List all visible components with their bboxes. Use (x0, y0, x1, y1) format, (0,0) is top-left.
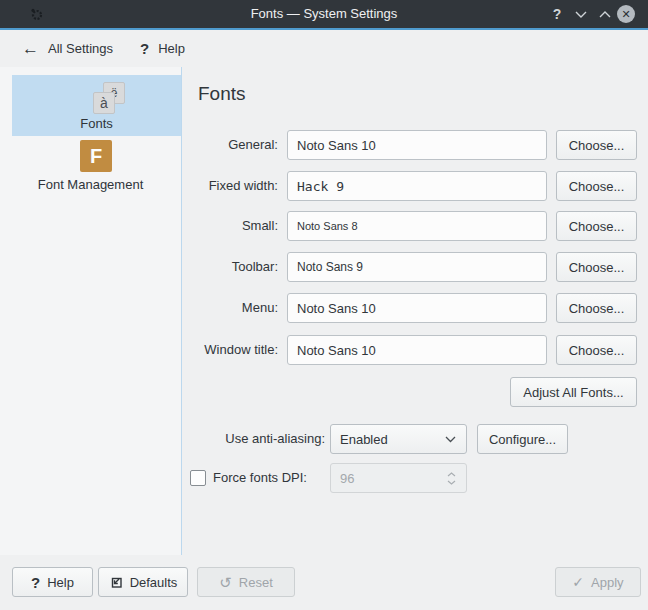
general-label: General: (181, 130, 278, 160)
sidebar-item-font-management-label: Font Management (0, 177, 181, 192)
help-button-icon: ? (31, 574, 40, 591)
defaults-button[interactable]: Defaults (98, 567, 188, 597)
window-title-choose-button[interactable]: Choose... (556, 335, 637, 365)
antialiasing-value: Enabled (340, 432, 388, 447)
menu-font-field[interactable]: Noto Sans 10 (287, 293, 547, 323)
window-title-font-label: Window title: (181, 335, 278, 365)
reset-button[interactable]: ↺ Reset (197, 567, 295, 597)
titlebar-help-button[interactable]: ? (548, 0, 566, 28)
toolbar-help-label: Help (158, 41, 185, 56)
maximize-button[interactable] (596, 0, 614, 28)
force-dpi-label: Force fonts DPI: (213, 463, 307, 493)
system-settings-window: Fonts — System Settings ? ✕ ← All Settin… (0, 0, 648, 610)
fixed-width-font-field[interactable]: Hack 9 (287, 171, 547, 201)
adjust-all-fonts-button[interactable]: Adjust All Fonts... (510, 377, 637, 407)
dpi-value: 96 (340, 471, 354, 486)
close-button[interactable]: ✕ (615, 0, 637, 28)
category-sidebar: ë à Fonts F Font Management (0, 67, 181, 555)
page-title: Fonts (198, 83, 246, 105)
chevron-down-icon (445, 436, 456, 443)
menu-label: Menu: (181, 293, 278, 323)
antialiasing-dropdown[interactable]: Enabled (330, 424, 467, 454)
general-font-field[interactable]: Noto Sans 10 (287, 130, 547, 160)
small-label: Small: (181, 211, 278, 241)
small-choose-button[interactable]: Choose... (556, 211, 637, 241)
small-font-field[interactable]: Noto Sans 8 (287, 211, 547, 241)
all-settings-button[interactable]: ← All Settings (22, 30, 113, 67)
toolbar: ← All Settings ? Help (0, 30, 648, 67)
checkmark-icon: ✓ (572, 575, 584, 589)
fonts-icon: ë à (88, 82, 128, 116)
toolbar-choose-button[interactable]: Choose... (556, 252, 637, 282)
menu-choose-button[interactable]: Choose... (556, 293, 637, 323)
toolbar-help-button[interactable]: ? Help (140, 30, 185, 67)
toolbar-font-label: Toolbar: (181, 252, 278, 282)
fixed-width-choose-button[interactable]: Choose... (556, 171, 637, 201)
undo-icon: ↺ (219, 575, 232, 590)
toolbar-font-field[interactable]: Noto Sans 9 (287, 252, 547, 282)
spin-up-icon[interactable] (447, 472, 456, 477)
general-choose-button[interactable]: Choose... (556, 130, 637, 160)
window-title-font-field[interactable]: Noto Sans 10 (287, 335, 547, 365)
close-icon: ✕ (617, 5, 635, 23)
sidebar-item-fonts[interactable]: ë à Fonts (12, 75, 181, 136)
force-dpi-checkbox[interactable] (190, 470, 206, 486)
spinbox-arrows (447, 472, 456, 485)
spin-down-icon[interactable] (447, 480, 456, 485)
back-arrow-icon: ← (22, 40, 39, 57)
all-settings-label: All Settings (48, 41, 113, 56)
configure-button[interactable]: Configure... (477, 424, 568, 454)
antialiasing-label: Use anti-aliasing: (181, 424, 325, 454)
help-button[interactable]: ? Help (12, 567, 93, 597)
dpi-spinbox[interactable]: 96 (330, 463, 467, 493)
titlebar[interactable]: Fonts — System Settings ? ✕ (0, 0, 648, 28)
fixed-width-label: Fixed width: (181, 171, 278, 201)
help-icon: ? (140, 40, 149, 57)
minimize-button[interactable] (572, 0, 590, 28)
apply-button[interactable]: ✓ Apply (555, 567, 641, 597)
sidebar-item-fonts-label: Fonts (12, 116, 181, 131)
font-management-icon: F (80, 140, 112, 172)
defaults-icon (109, 575, 123, 589)
